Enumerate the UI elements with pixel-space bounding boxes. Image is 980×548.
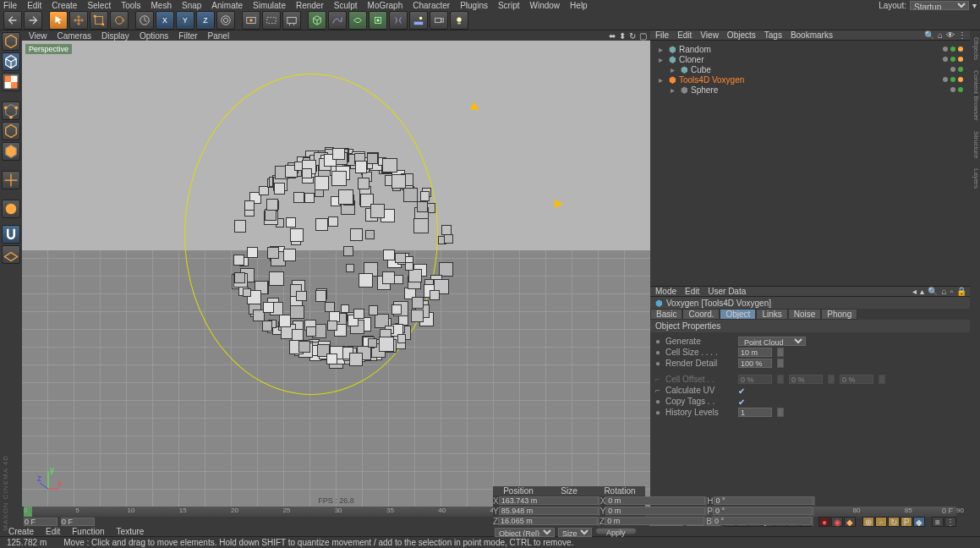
tab-basic[interactable]: Basic [650,309,682,320]
tree-label[interactable]: Sphere [691,85,718,95]
tree-row[interactable]: ▸⬢Tools4D Voxygen [654,74,966,85]
spinner[interactable] [777,408,784,417]
coord-system-button[interactable] [216,11,235,30]
deformer-button[interactable] [389,11,408,30]
objmenu-edit[interactable]: Edit [677,30,692,40]
keyframe-sel-button[interactable]: ◆ [844,517,856,527]
renderdetail-input[interactable] [738,359,772,368]
rot-input[interactable] [714,496,813,505]
menu-mograph[interactable]: MoGraph [368,1,403,10]
vis-render-icon[interactable] [950,57,955,62]
timeline-opts1-button[interactable]: ≡ [932,517,944,527]
attrmenu-edit[interactable]: Edit [685,287,699,296]
spinner[interactable] [879,375,885,384]
vp-nav1-icon[interactable]: ⬌ [608,31,616,40]
matmenu-edit[interactable]: Edit [46,527,60,536]
coord-size-mode[interactable]: Size [558,528,592,537]
nurbs-button[interactable] [348,11,367,30]
environment-button[interactable] [409,11,428,30]
size-input[interactable] [605,496,705,505]
attrmenu-mode[interactable]: Mode [655,287,676,296]
timeline-opts2-button[interactable]: ⋮ [944,517,956,527]
vis-editor-icon[interactable] [943,77,948,82]
menu-character[interactable]: Character [413,1,450,10]
menu-snap[interactable]: Snap [182,1,201,10]
attrmenu-user-data[interactable]: User Data [708,287,746,296]
texture-mode-button[interactable] [2,73,20,91]
move-tool-button[interactable] [69,11,88,30]
key-scale-button[interactable]: ▫ [875,517,887,527]
size-input[interactable] [605,517,704,525]
layout-dropdown[interactable]: Startup [910,1,969,10]
model-mode-button[interactable] [2,52,20,71]
autokey-button[interactable]: ◉ [831,517,843,527]
spinner[interactable] [813,496,815,506]
rot-input[interactable] [713,507,813,515]
expand-icon[interactable]: ▸ [667,64,677,74]
tree-row[interactable]: ▸⬢Random [654,44,966,54]
vis-render-icon[interactable] [950,47,955,52]
expand-icon[interactable]: ▸ [655,74,665,85]
polygon-mode-button[interactable] [2,142,20,161]
objmenu-objects[interactable]: Objects [727,30,756,40]
key-param-button[interactable]: P [901,517,912,527]
key-pos-button[interactable]: ⊕ [862,517,874,527]
generate-select[interactable]: Point Cloud [738,337,806,346]
history-input[interactable] [738,408,772,417]
pos-input[interactable] [498,517,598,525]
snap-button[interactable] [2,225,20,244]
menu-window[interactable]: Window [530,1,561,10]
generator-button[interactable] [369,11,387,30]
object-tree[interactable]: ▸⬢Random▸⬢Cloner▸⬢Cube▸⬢Tools4D Voxygen▸… [650,41,970,286]
select-tool-button[interactable] [49,11,68,30]
matmenu-function[interactable]: Function [72,527,104,536]
tree-row[interactable]: ▸⬢Cube [654,64,966,74]
edge-mode-button[interactable] [2,122,20,140]
vpmenu-panel[interactable]: Panel [208,31,230,41]
render-region-button[interactable] [262,11,281,30]
viewport-solo-button[interactable] [2,200,20,218]
cellsize-input[interactable] [738,348,772,357]
menu-simulate[interactable]: Simulate [253,1,286,10]
expand-icon[interactable]: ▸ [655,54,665,64]
tab-phong[interactable]: Phong [821,309,857,320]
new-icon[interactable]: ▫ [950,287,953,296]
frame-start-input[interactable] [24,518,57,526]
tree-label[interactable]: Random [679,45,711,54]
tab-object[interactable]: Object [720,309,756,320]
vp-nav3-icon[interactable]: ↻ [628,31,637,40]
frame-current-input[interactable] [61,518,95,526]
vpmenu-display[interactable]: Display [101,31,129,41]
z-axis-button[interactable]: Z [196,11,215,30]
pos-input[interactable] [499,496,599,505]
objmenu-tags[interactable]: Tags [764,30,782,40]
vpmenu-cameras[interactable]: Cameras [57,31,92,41]
point-mode-button[interactable] [2,101,20,120]
search-icon[interactable]: 🔍 [924,30,934,40]
vpmenu-options[interactable]: Options [140,31,168,41]
menu-edit[interactable]: Edit [27,1,41,10]
vp-nav4-icon[interactable]: ▢ [638,31,647,40]
menu-sculpt[interactable]: Sculpt [334,1,358,10]
rot-input[interactable] [712,517,812,525]
spinner[interactable] [777,375,784,384]
rotate-tool-button[interactable] [110,11,129,30]
render-view-button[interactable] [242,11,260,30]
spinner[interactable] [812,517,813,526]
celloffset-y-input[interactable] [789,375,823,384]
calcuv-checkbox[interactable]: ✔ [738,386,747,395]
tag-icon[interactable] [958,47,963,52]
search2-icon[interactable]: 🔍 [928,287,938,296]
objmenu-view[interactable]: View [700,30,719,40]
rtab-content-browser[interactable]: Content Browser [970,67,980,124]
record-button[interactable]: ● [818,517,830,527]
copytags-checkbox[interactable]: ✔ [738,397,747,406]
menu-help[interactable]: Help [570,1,588,10]
spinner[interactable] [813,507,814,516]
vp-nav2-icon[interactable]: ⬍ [618,31,627,40]
menu-tools[interactable]: Tools [121,1,140,10]
tree-row[interactable]: ▸⬢Sphere [654,85,966,95]
expand-icon[interactable]: ▸ [655,44,665,54]
lock-icon[interactable]: 🔒 [956,287,966,296]
rtab-layers[interactable]: Layers [970,165,980,192]
